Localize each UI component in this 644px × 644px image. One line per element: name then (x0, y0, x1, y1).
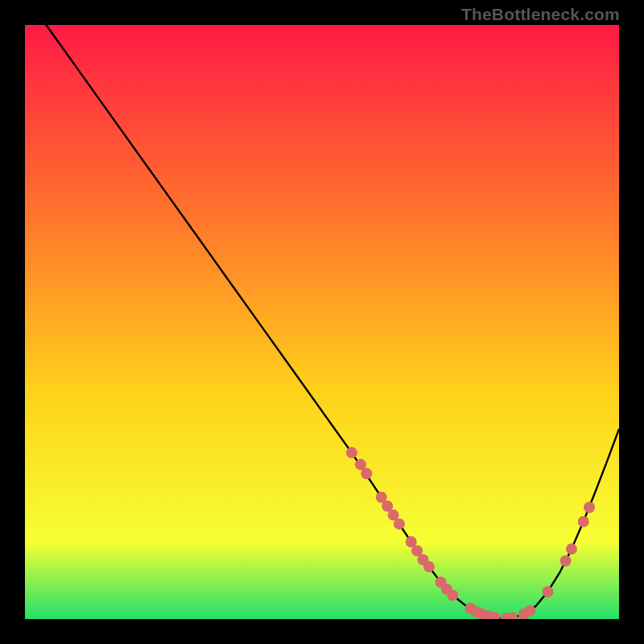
data-point-marker (560, 555, 572, 567)
gradient-background (25, 25, 619, 619)
data-point-marker (447, 589, 458, 601)
data-point-marker (361, 468, 372, 479)
data-point-marker (346, 447, 357, 458)
data-point-marker (542, 586, 553, 597)
data-point-marker (584, 502, 595, 513)
data-point-marker (566, 543, 577, 555)
plot-area (25, 25, 619, 619)
chart-stage: TheBottleneck.com (0, 0, 644, 644)
data-point-marker (423, 561, 435, 572)
data-point-marker (524, 605, 535, 617)
data-point-marker (394, 518, 405, 530)
watermark-text: TheBottleneck.com (461, 5, 620, 24)
data-point-marker (578, 516, 589, 527)
chart-svg (25, 25, 619, 619)
